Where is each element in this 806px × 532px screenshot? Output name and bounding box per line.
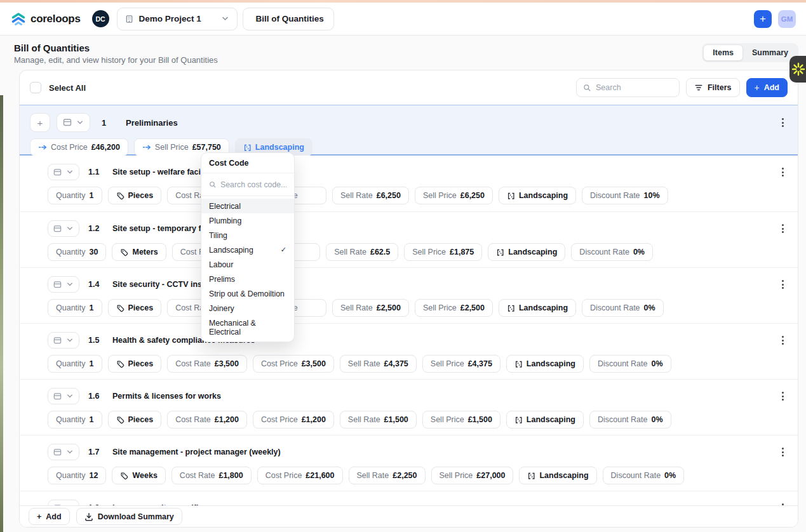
sell-price-chip[interactable]: Sell Price£27,000 — [431, 467, 514, 484]
discount-rate-chip[interactable]: Discount Rate0% — [571, 243, 653, 261]
discount-rate-chip[interactable]: Discount Rate0% — [589, 355, 671, 373]
dropdown-option-selected[interactable]: Landscaping✓ — [201, 243, 294, 257]
section-cost-price-chip[interactable]: Cost Price £46,200 — [30, 138, 128, 156]
item-menu-button[interactable] — [778, 445, 788, 458]
quantity-chip[interactable]: Quantity30 — [48, 243, 106, 261]
dropdown-option[interactable]: Prelims — [201, 272, 294, 286]
page-header: Bill of Quantities Manage, edit, and vie… — [0, 36, 806, 70]
sell-rate-chip[interactable]: Sell Rate£62.5 — [326, 243, 398, 261]
sell-rate-chip[interactable]: Sell Rate£2,250 — [349, 467, 426, 484]
cost-price-chip[interactable]: Cost Price£3,500 — [253, 355, 334, 373]
dropdown-option[interactable]: Electrical — [201, 199, 294, 213]
discount-rate-chip[interactable]: Discount Rate10% — [582, 187, 668, 204]
item-type-select[interactable] — [48, 444, 79, 460]
user-avatar[interactable]: GM — [778, 10, 796, 28]
chevron-down-icon — [66, 168, 74, 176]
quantity-chip[interactable]: Quantity1 — [48, 355, 102, 373]
unit-chip[interactable]: Pieces — [108, 187, 162, 204]
dropdown-option[interactable]: Joinery — [201, 301, 294, 316]
quick-add-button[interactable]: + — [754, 10, 772, 28]
item-menu-button[interactable] — [778, 389, 788, 402]
boq-item-row[interactable]: 1.5 Health & safety compliance measures … — [20, 323, 798, 379]
sell-price-chip[interactable]: Sell Price£6,250 — [415, 187, 493, 204]
section-title[interactable]: Preliminaries — [126, 118, 178, 128]
dropdown-option[interactable]: Strip out & Demoiltion — [201, 286, 294, 301]
select-all-checkbox[interactable] — [30, 82, 41, 93]
unit-chip[interactable]: Meters — [112, 243, 166, 261]
footer-add-label: Add — [46, 512, 61, 521]
section-type-select[interactable] — [57, 113, 90, 132]
sell-price-chip[interactable]: Sell Price£2,500 — [415, 299, 493, 317]
section-menu-button[interactable] — [778, 116, 788, 129]
sell-rate-chip[interactable]: Sell Rate£6,250 — [332, 187, 409, 204]
add-item-button[interactable]: + Add — [746, 78, 788, 97]
boq-item-row[interactable]: 1.2 Site setup - temporary fencing Quant… — [20, 211, 798, 267]
discount-rate-chip[interactable]: Discount Rate0% — [589, 411, 671, 429]
quantity-chip[interactable]: Quantity1 — [48, 187, 102, 204]
cost-price-chip[interactable]: Cost Price£21,600 — [257, 467, 343, 484]
discount-rate-chip[interactable]: Discount Rate0% — [582, 299, 664, 317]
section-add-button[interactable]: + — [30, 113, 50, 132]
cost-rate-chip[interactable]: Cost Rate£1,800 — [171, 467, 252, 484]
cost-code-chip[interactable]: Landscaping — [506, 411, 584, 429]
filters-button[interactable]: Filters — [686, 78, 740, 97]
project-select[interactable]: Demo Project 1 — [117, 8, 238, 30]
sell-rate-chip[interactable]: Sell Rate£1,500 — [340, 411, 417, 429]
sell-price-value: £57,750 — [192, 143, 221, 152]
tab-summary[interactable]: Summary — [743, 44, 797, 61]
sell-price-chip[interactable]: Sell Price£1,875 — [404, 243, 482, 261]
item-menu-button[interactable] — [778, 333, 788, 347]
footer-add-button[interactable]: + Add — [29, 508, 70, 525]
boq-item-row[interactable]: 1.1 Site setup - welfare facilities Quan… — [20, 156, 798, 211]
item-type-select[interactable] — [48, 388, 79, 404]
cost-code-chip[interactable]: Landscaping — [506, 355, 584, 373]
boq-item-row[interactable]: 1.4 Site security - CCTV installation Qu… — [20, 267, 798, 323]
org-avatar[interactable]: DC — [92, 10, 109, 27]
boq-section-row[interactable]: + 1 Preliminaries Cost Price £46,200 — [20, 105, 798, 156]
feedback-widget-button[interactable] — [789, 56, 806, 83]
sell-price-chip[interactable]: Sell Price£1,500 — [422, 411, 500, 429]
quantity-chip[interactable]: Quantity12 — [48, 467, 106, 484]
item-number: 1.1 — [88, 168, 104, 176]
item-menu-button[interactable] — [778, 222, 788, 235]
item-type-select[interactable] — [48, 220, 79, 237]
tag-icon — [116, 192, 124, 200]
boq-item-row[interactable]: 1.6 Permits & licenses for works Quantit… — [20, 379, 798, 435]
sell-rate-chip[interactable]: Sell Rate£4,375 — [340, 355, 417, 373]
sell-price-chip[interactable]: Sell Price£4,375 — [422, 355, 500, 373]
cost-code-chip[interactable]: Landscaping — [519, 467, 596, 484]
unit-chip[interactable]: Pieces — [108, 411, 162, 429]
item-menu-button[interactable] — [778, 165, 788, 178]
download-summary-button[interactable]: Download Summary — [76, 508, 182, 525]
item-type-select[interactable] — [48, 164, 79, 180]
cost-rate-chip[interactable]: Cost Rate£1,200 — [167, 411, 247, 429]
dropdown-option[interactable]: Labour — [201, 257, 294, 272]
item-title[interactable]: Site management - project manager (weekl… — [112, 448, 281, 456]
item-title[interactable]: Permits & licenses for works — [112, 392, 221, 401]
sell-rate-chip[interactable]: Sell Rate£2,500 — [332, 299, 409, 317]
view-select[interactable]: Bill of Quantities — [243, 8, 334, 30]
quantity-chip[interactable]: Quantity1 — [48, 299, 102, 317]
cost-code-chip[interactable]: Landscaping — [488, 243, 565, 261]
unit-chip[interactable]: Pieces — [108, 355, 162, 373]
item-type-select[interactable] — [48, 332, 79, 349]
quantity-chip[interactable]: Quantity1 — [48, 411, 102, 429]
tab-items[interactable]: Items — [703, 44, 743, 61]
chevron-down-icon — [66, 281, 74, 288]
cost-code-chip[interactable]: Landscaping — [499, 187, 576, 204]
cost-price-chip[interactable]: Cost Price£1,200 — [253, 411, 334, 429]
unit-chip[interactable]: Weeks — [112, 467, 165, 484]
boq-item-row[interactable]: 1.7 Site management - project manager (w… — [20, 435, 798, 491]
cost-code-chip[interactable]: Landscaping — [499, 299, 576, 317]
unit-chip[interactable]: Pieces — [108, 299, 162, 317]
discount-rate-chip[interactable]: Discount Rate0% — [603, 467, 685, 484]
item-type-select[interactable] — [48, 276, 79, 293]
coreloops-logo-icon — [10, 11, 27, 27]
cost-rate-chip[interactable]: Cost Rate£3,500 — [167, 355, 247, 373]
dropdown-option[interactable]: Tiling — [201, 228, 294, 243]
cost-code-search-input[interactable] — [220, 180, 286, 189]
search-input[interactable] — [596, 83, 673, 92]
item-menu-button[interactable] — [778, 277, 788, 291]
dropdown-option[interactable]: Mechanical & Electrical — [201, 316, 294, 339]
dropdown-option[interactable]: Plumbing — [201, 213, 294, 228]
